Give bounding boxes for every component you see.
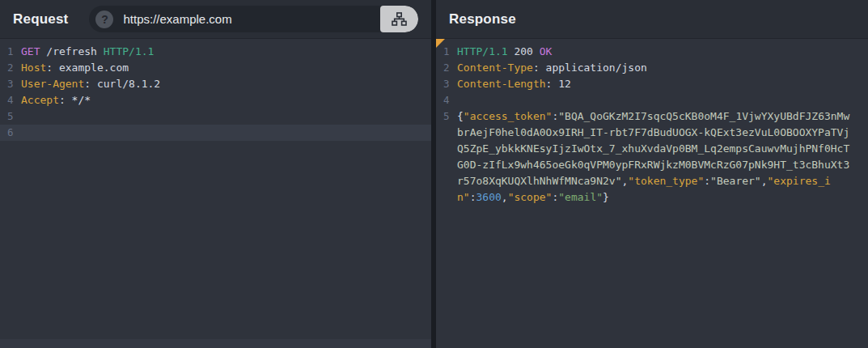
url-input[interactable]	[113, 6, 380, 32]
code-content: Host: example.com	[21, 60, 129, 76]
line-number: 4	[436, 92, 457, 108]
code-token: : application/json	[533, 62, 647, 74]
request-line-1: 1 GET /refresh HTTP/1.1	[0, 44, 431, 60]
request-line-3: 3 User-Agent: curl/8.1.2	[0, 76, 431, 92]
request-line-2: 2 Host: example.com	[0, 60, 431, 76]
url-bar: ?	[89, 6, 418, 32]
code-token: : example.com	[46, 62, 129, 74]
line-number: 4	[0, 92, 21, 108]
code-token: HTTP/1.1	[104, 45, 155, 57]
code-token: OK	[540, 45, 553, 57]
request-line-5: 5	[0, 108, 431, 125]
request-line-6-active: 6	[0, 125, 431, 141]
line-number: 6	[0, 125, 21, 141]
code-token: Content-Type	[457, 62, 533, 74]
response-line-4: 4	[436, 92, 868, 108]
code-token: : curl/8.1.2	[84, 78, 160, 90]
line-number: 5	[436, 108, 457, 206]
request-title: Request	[13, 11, 68, 28]
response-panel-header: Response	[436, 0, 868, 39]
code-token: ,	[761, 175, 768, 187]
code-token: Content-Length	[457, 78, 546, 90]
request-panel-header: Request ?	[0, 0, 431, 39]
code-token: :	[704, 175, 710, 187]
code-token: "scope"	[508, 191, 553, 203]
code-content: HTTP/1.1 200 OK	[457, 44, 552, 60]
code-token: 3600	[476, 191, 501, 203]
code-token: HTTP/1.1	[457, 45, 508, 57]
code-content: GET /refresh HTTP/1.1	[21, 44, 154, 60]
response-editor[interactable]: 1 HTTP/1.1 200 OK 2 Content-Type: applic…	[436, 39, 868, 348]
code-token: GET	[21, 45, 40, 57]
code-token: Accept	[21, 94, 59, 106]
code-content: User-Agent: curl/8.1.2	[21, 76, 160, 92]
code-content: Accept: */*	[21, 92, 91, 108]
code-token: : 12	[546, 78, 571, 90]
code-token: "Bearer"	[710, 175, 761, 187]
question-mark-icon[interactable]: ?	[95, 11, 113, 28]
code-content: Content-Length: 12	[457, 76, 571, 92]
code-token: : */*	[59, 94, 91, 106]
code-token: Host	[21, 62, 46, 74]
corner-marker-icon	[436, 39, 445, 48]
line-number: 5	[0, 108, 21, 125]
line-number: 2	[436, 60, 457, 76]
send-button[interactable]	[380, 6, 418, 32]
horizontal-scrollbar[interactable]	[0, 339, 431, 348]
code-token: "email"	[558, 191, 603, 203]
code-content: {"access_token":"BQA_QoGKzM2I7sqcQ5cKB0o…	[457, 108, 849, 206]
code-content: Content-Type: application/json	[457, 60, 647, 76]
request-line-4: 4 Accept: */*	[0, 92, 431, 108]
line-number: 1	[0, 44, 21, 60]
request-panel: Request ?	[0, 0, 431, 348]
http-client-app: Request ?	[0, 0, 868, 348]
response-line-1: 1 HTTP/1.1 200 OK	[436, 44, 868, 60]
line-number: 3	[0, 76, 21, 92]
code-token: User-Agent	[21, 78, 84, 90]
code-token: }	[603, 191, 609, 203]
response-line-5: 5 {"access_token":"BQA_QoGKzM2I7sqcQ5cKB…	[436, 108, 868, 206]
code-token: "access_token"	[464, 110, 553, 122]
response-title: Response	[449, 11, 516, 28]
code-token: {	[457, 110, 464, 122]
code-token: ,	[502, 191, 508, 203]
sitemap-icon	[392, 12, 407, 26]
line-number: 3	[436, 76, 457, 92]
line-number: 2	[0, 60, 21, 76]
response-line-3: 3 Content-Length: 12	[436, 76, 868, 92]
code-token: 200	[508, 45, 540, 57]
code-token: "token_type"	[628, 175, 704, 187]
code-token: /refresh	[40, 45, 103, 57]
response-panel: Response 1 HTTP/1.1 200 OK 2 Content-Typ…	[436, 0, 868, 348]
response-line-2: 2 Content-Type: application/json	[436, 60, 868, 76]
request-editor[interactable]: 1 GET /refresh HTTP/1.1 2 Host: example.…	[0, 39, 431, 339]
